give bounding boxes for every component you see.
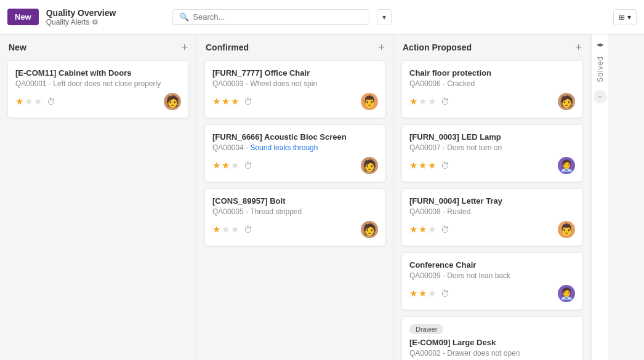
card-title: [FURN_0003] LED Lamp	[409, 132, 575, 142]
card-footer: ★★★⏱🧑	[212, 157, 378, 174]
star-empty[interactable]: ★	[231, 224, 239, 235]
star-empty[interactable]: ★	[428, 224, 436, 235]
star-empty[interactable]: ★	[428, 96, 436, 107]
clock-icon: ⏱	[441, 289, 449, 298]
star-filled[interactable]: ★	[231, 96, 239, 107]
kanban-card[interactable]: Conference ChairQA00009 - Does not lean …	[401, 252, 583, 310]
search-icon: 🔍	[179, 12, 189, 22]
clock-icon: ⏱	[441, 225, 449, 234]
card-stars: ★★★⏱	[212, 160, 252, 171]
star-filled[interactable]: ★	[428, 160, 436, 171]
kanban-card[interactable]: [FURN_6666] Acoustic Bloc ScreenQA00004 …	[204, 124, 386, 182]
star-filled[interactable]: ★	[15, 96, 23, 107]
header: New Quality Overview Quality Alerts ⚙ 🔍 …	[0, 0, 644, 34]
side-panel: ◂▸Solved−	[591, 34, 608, 360]
avatar: 🧑‍💼	[558, 285, 575, 302]
card-stars: ★★★⏱	[409, 288, 449, 299]
card-title: Chair floor protection	[409, 68, 575, 78]
star-empty[interactable]: ★	[231, 160, 239, 171]
star-empty[interactable]: ★	[25, 96, 33, 107]
star-filled[interactable]: ★	[212, 224, 220, 235]
clock-icon: ⏱	[244, 161, 252, 170]
column-new: New+[E-COM11] Cabinet with DoorsQA00001 …	[0, 34, 197, 360]
kanban-card[interactable]: Chair floor protectionQA00006 - Cracked★…	[401, 60, 583, 118]
header-titles: Quality Overview Quality Alerts ⚙	[46, 8, 116, 26]
star-filled[interactable]: ★	[409, 288, 417, 299]
kanban-card[interactable]: Drawer[E-COM09] Large DeskQA00002 - Draw…	[401, 316, 583, 360]
star-empty[interactable]: ★	[428, 288, 436, 299]
card-subtitle: QA00007 - Does not turn on	[409, 143, 575, 152]
kanban-card[interactable]: [E-COM11] Cabinet with DoorsQA00001 - Le…	[7, 60, 189, 118]
avatar: 👨	[361, 93, 378, 110]
card-subtitle: QA00009 - Does not lean back	[409, 271, 575, 280]
card-subtitle: QA00002 - Drawer does not open	[409, 349, 575, 358]
star-filled[interactable]: ★	[222, 160, 230, 171]
star-empty[interactable]: ★	[222, 224, 230, 235]
kanban-card[interactable]: [FURN_7777] Office ChairQA00003 - Wheel …	[204, 60, 386, 118]
add-card-action-proposed[interactable]: +	[575, 42, 582, 53]
column-title-confirmed: Confirmed	[206, 42, 249, 52]
solved-label: Solved	[596, 56, 605, 82]
star-filled[interactable]: ★	[409, 96, 417, 107]
chevron-down-icon: ▾	[627, 13, 631, 22]
card-title: [CONS_89957] Bolt	[212, 196, 378, 206]
card-footer: ★★★⏱🧑‍💼	[409, 285, 575, 302]
card-stars: ★★★⏱	[212, 96, 252, 107]
kanban-card[interactable]: [FURN_0004] Letter TrayQA00008 - Rusted★…	[401, 188, 583, 246]
new-button[interactable]: New	[7, 9, 39, 25]
avatar: 🧑‍💼	[558, 157, 575, 174]
card-stars: ★★★⏱	[409, 160, 449, 171]
star-filled[interactable]: ★	[212, 96, 220, 107]
view-toggle[interactable]: ⊞ ▾	[613, 9, 637, 25]
star-filled[interactable]: ★	[212, 160, 220, 171]
search-dropdown[interactable]: ▾	[377, 9, 392, 25]
avatar: 🧑	[361, 221, 378, 238]
grid-icon: ⊞	[619, 13, 625, 22]
kanban-card[interactable]: [CONS_89957] BoltQA00005 - Thread stripp…	[204, 188, 386, 246]
star-empty[interactable]: ★	[419, 96, 427, 107]
star-filled[interactable]: ★	[222, 96, 230, 107]
star-filled[interactable]: ★	[409, 160, 417, 171]
clock-icon: ⏱	[441, 97, 449, 106]
kanban-board: New+[E-COM11] Cabinet with DoorsQA00001 …	[0, 34, 644, 360]
clock-icon: ⏱	[441, 161, 449, 170]
clock-icon: ⏱	[244, 97, 252, 106]
card-stars: ★★★⏱	[212, 224, 252, 235]
column-header-action-proposed: Action Proposed+	[401, 42, 583, 53]
avatar: 🧑	[164, 93, 181, 110]
card-title: [FURN_7777] Office Chair	[212, 68, 378, 78]
star-empty[interactable]: ★	[34, 96, 42, 107]
page-title: Quality Overview	[46, 8, 116, 18]
card-title: [E-COM09] Large Desk	[409, 338, 575, 347]
card-title: [E-COM11] Cabinet with Doors	[15, 68, 181, 78]
card-subtitle: QA00003 - Wheel does not spin	[212, 79, 378, 88]
column-header-new: New+	[7, 42, 189, 53]
add-card-confirmed[interactable]: +	[378, 42, 385, 53]
column-header-confirmed: Confirmed+	[204, 42, 386, 53]
clock-icon: ⏱	[244, 225, 252, 234]
column-confirmed: Confirmed+[FURN_7777] Office ChairQA0000…	[197, 34, 394, 360]
card-footer: ★★★⏱🧑	[15, 93, 181, 110]
star-filled[interactable]: ★	[419, 288, 427, 299]
star-filled[interactable]: ★	[419, 224, 427, 235]
card-footer: ★★★⏱🧑	[409, 93, 575, 110]
column-action-proposed: Action Proposed+Chair floor protectionQA…	[394, 34, 591, 360]
minus-button[interactable]: −	[594, 90, 607, 103]
card-footer: ★★★⏱🧑	[212, 221, 378, 238]
gear-icon[interactable]: ⚙	[92, 18, 99, 26]
card-subtitle: QA00006 - Cracked	[409, 79, 575, 88]
page-subtitle: Quality Alerts ⚙	[46, 18, 116, 26]
card-subtitle: QA00004 - Sound leaks through	[212, 143, 378, 152]
search-bar: 🔍	[172, 9, 369, 25]
card-stars: ★★★⏱	[409, 96, 449, 107]
card-title: [FURN_6666] Acoustic Bloc Screen	[212, 132, 378, 142]
star-filled[interactable]: ★	[419, 160, 427, 171]
avatar: 🧑	[361, 157, 378, 174]
add-card-new[interactable]: +	[181, 42, 188, 53]
star-filled[interactable]: ★	[409, 224, 417, 235]
card-title: Conference Chair	[409, 260, 575, 270]
search-input[interactable]	[193, 12, 363, 22]
kanban-card[interactable]: [FURN_0003] LED LampQA00007 - Does not t…	[401, 124, 583, 182]
collapse-arrows[interactable]: ◂▸	[597, 41, 604, 49]
clock-icon: ⏱	[47, 97, 55, 106]
